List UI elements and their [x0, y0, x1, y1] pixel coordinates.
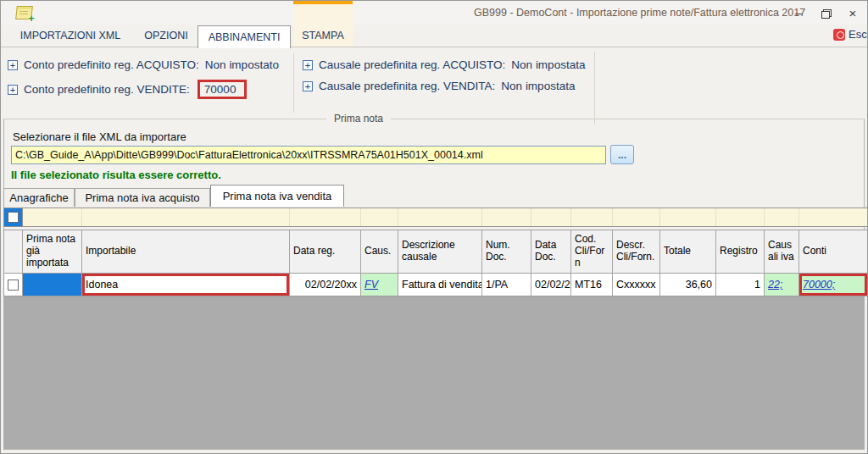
groupbox-top-border [3, 119, 865, 119]
default-account-acquisto[interactable]: + Conto predefinito reg. ACQUISTO: Non i… [8, 58, 279, 71]
row-select-cell [4, 274, 23, 296]
default-account-vendite-value: 70000 [198, 80, 248, 99]
panel-divider [293, 53, 294, 113]
panel-divider [594, 52, 595, 125]
app-window: GB999 - DemoCont - Importazione prime no… [0, 0, 868, 454]
tab-prima-nota-iva-vendita[interactable]: Prima nota iva vendita [210, 185, 344, 207]
col-header-registro: Registro [716, 230, 765, 273]
col-header-totale: Totale [660, 230, 716, 273]
tab-abbinamenti[interactable]: ABBINAMENTI [198, 25, 291, 48]
default-account-acquisto-label: Conto predefinito reg. ACQUISTO: [24, 58, 199, 71]
browse-button[interactable]: ... [610, 145, 634, 164]
default-causale-vendita-value: Non impostata [501, 80, 575, 92]
select-all-checkbox[interactable] [8, 212, 19, 223]
col-header-caus: Caus. [361, 230, 398, 273]
cell-num-doc: 1/PA [482, 274, 531, 296]
col-header-cod-cli-forn: Cod. Cli/Forn [571, 230, 613, 273]
exit-button[interactable]: Esci [833, 28, 868, 41]
select-all-bar [3, 208, 868, 227]
col-header-descr-cli-forn: Descr. Cli/Forn. [613, 230, 660, 273]
cell-totale: 36,60 [660, 274, 716, 296]
cell-registro: 1 [716, 274, 765, 296]
cell-data-doc: 02/02/20xx [531, 274, 571, 296]
select-all-cell [4, 208, 23, 226]
cell-caus: FV [361, 274, 398, 296]
default-causale-acquisto-value: Non impostata [511, 58, 585, 71]
cell-cod-cli-forn: MT16 [571, 274, 613, 296]
default-account-vendite[interactable]: + Conto predefinito reg. VENDITE: 70000 [8, 80, 247, 99]
file-select-label: Selezionare il file XML da importare [13, 130, 186, 143]
col-header-causali-iva: Causali iva [765, 230, 799, 273]
expand-plus-icon[interactable]: + [303, 81, 313, 91]
exit-label: Esci [849, 28, 868, 41]
cell-conti: 70000; [799, 274, 867, 296]
restore-icon [821, 9, 830, 17]
col-header-descrizione-causale: Descrizione causale [398, 230, 482, 273]
groupbox-label: Prima nota [326, 113, 391, 125]
restore-button[interactable] [816, 5, 835, 20]
grid-data-row: Idonea 02/02/20xx FV Fattura di vendita … [3, 274, 868, 296]
col-header-data-doc: Data Doc. [531, 230, 571, 273]
tab-importazioni-xml[interactable]: IMPORTAZIONI XML [8, 25, 133, 47]
default-causale-vendita-label: Causale predefinita reg. VENDITA: [319, 80, 495, 92]
col-header-num-doc: Num. Doc. [482, 230, 531, 273]
cell-data-reg: 02/02/20xx [290, 274, 361, 296]
col-header-conti: Conti [799, 230, 867, 273]
grid-header-row: Prima nota già importata Importabile Dat… [3, 230, 868, 274]
close-icon: × [849, 6, 857, 20]
col-header-prima-nota-importata: Prima nota già importata [23, 230, 82, 273]
expand-plus-icon[interactable]: + [8, 60, 18, 70]
cell-descrizione-causale: Fattura di vendita [398, 274, 482, 296]
default-account-vendite-label: Conto predefinito reg. VENDITE: [24, 83, 190, 96]
conti-link[interactable]: 70000; [803, 279, 835, 291]
tab-opzioni[interactable]: OPZIONI [135, 25, 198, 47]
default-causale-acquisto[interactable]: + Causale predefinita reg. ACQUISTO: Non… [303, 58, 585, 71]
ribbon-tabbar: IMPORTAZIONI XML OPZIONI ABBINAMENTI STA… [1, 25, 867, 47]
grid-empty-area [3, 296, 865, 449]
window-title: GB999 - DemoCont - Importazione prime no… [474, 7, 805, 19]
close-button[interactable]: × [843, 5, 862, 20]
minimize-icon: – [795, 6, 802, 19]
power-icon [833, 29, 845, 41]
minimize-button[interactable]: – [789, 5, 808, 20]
tab-prima-nota-iva-acquisto[interactable]: Prima nota iva acquisto [75, 188, 210, 207]
tab-stampa[interactable]: STAMPA [293, 25, 353, 47]
col-header-checkbox [4, 230, 23, 273]
tab-anagrafiche[interactable]: Anagrafiche [3, 188, 75, 207]
cell-descr-cli-forn: Cxxxxxx [613, 274, 660, 296]
expand-plus-icon[interactable]: + [8, 85, 18, 95]
stampa-accent-bar [293, 1, 353, 4]
caus-link[interactable]: FV [364, 279, 378, 291]
default-causale-vendita[interactable]: + Causale predefinita reg. VENDITA: Non … [303, 80, 575, 92]
import-grid: Prima nota già importata Importabile Dat… [3, 208, 868, 296]
app-note-add-icon [15, 6, 33, 19]
causali-iva-link[interactable]: 22; [768, 279, 782, 291]
default-account-acquisto-value: Non impostato [205, 58, 279, 71]
xml-path-input[interactable] [11, 146, 606, 164]
expand-plus-icon[interactable]: + [303, 60, 313, 70]
col-header-importabile: Importabile [82, 230, 290, 273]
cell-prima-nota-importata [23, 274, 82, 296]
cell-causali-iva: 22; [765, 274, 799, 296]
row-checkbox[interactable] [8, 280, 19, 291]
default-causale-acquisto-label: Causale predefinita reg. ACQUISTO: [319, 58, 505, 71]
file-status-message: Il file selezionato risulta essere corre… [11, 169, 221, 181]
cell-importabile: Idonea [82, 274, 290, 296]
col-header-data-reg: Data reg. [290, 230, 361, 273]
title-bar: GB999 - DemoCont - Importazione prime no… [1, 1, 867, 25]
